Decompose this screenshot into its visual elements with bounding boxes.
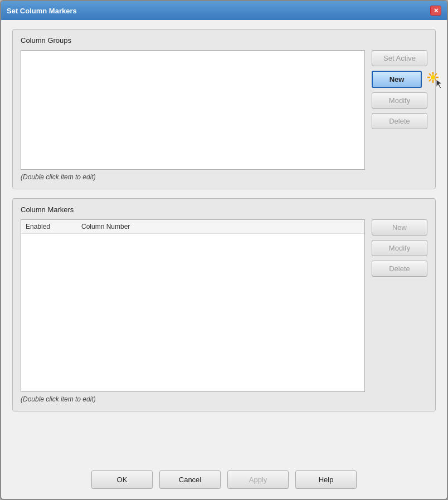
- column-markers-row: Enabled Column Number New Modify Delete: [21, 219, 427, 392]
- modify-group-button[interactable]: Modify: [372, 92, 427, 109]
- column-groups-section: Column Groups Set Active New: [12, 29, 436, 189]
- title-bar: Set Column Markers ✕: [1, 1, 447, 20]
- delete-group-button[interactable]: Delete: [372, 113, 427, 129]
- new-button-wrapper: New: [372, 71, 427, 88]
- help-button[interactable]: Help: [295, 470, 357, 489]
- cancel-button[interactable]: Cancel: [159, 470, 221, 489]
- column-groups-row: Set Active New: [21, 50, 427, 170]
- header-enabled: Enabled: [26, 223, 81, 231]
- new-group-button[interactable]: New: [372, 71, 422, 88]
- column-markers-label: Column Markers: [21, 205, 427, 214]
- column-groups-buttons: Set Active New: [372, 50, 427, 129]
- column-markers-buttons: New Modify Delete: [372, 219, 427, 277]
- column-markers-header: Enabled Column Number: [21, 220, 364, 234]
- delete-marker-button[interactable]: Delete: [372, 261, 427, 277]
- close-button[interactable]: ✕: [430, 6, 441, 16]
- column-markers-listbox[interactable]: Enabled Column Number: [21, 219, 365, 392]
- svg-line-5: [435, 80, 437, 82]
- set-column-markers-dialog: Set Column Markers ✕ Column Groups Set A…: [0, 0, 448, 500]
- modify-marker-button[interactable]: Modify: [372, 240, 427, 256]
- svg-marker-9: [436, 80, 442, 89]
- column-groups-listbox[interactable]: [21, 50, 365, 170]
- column-markers-section: Column Markers Enabled Column Number New…: [12, 198, 436, 411]
- dialog-title: Set Column Markers: [7, 7, 77, 15]
- column-groups-hint: (Double click item to edit): [21, 173, 427, 181]
- ok-button[interactable]: OK: [91, 470, 153, 489]
- bottom-bar: OK Cancel Apply Help: [1, 463, 447, 499]
- header-column-number: Column Number: [81, 223, 360, 231]
- apply-button[interactable]: Apply: [227, 470, 289, 489]
- svg-line-4: [429, 73, 431, 76]
- svg-point-8: [431, 75, 435, 80]
- column-groups-label: Column Groups: [21, 36, 427, 45]
- set-active-button[interactable]: Set Active: [372, 50, 427, 66]
- sparkle-icon: [423, 67, 448, 95]
- svg-line-6: [435, 73, 437, 76]
- new-marker-button[interactable]: New: [372, 219, 427, 236]
- svg-line-7: [429, 80, 431, 82]
- column-markers-hint: (Double click item to edit): [21, 395, 427, 403]
- dialog-body: Column Groups Set Active New: [1, 20, 447, 463]
